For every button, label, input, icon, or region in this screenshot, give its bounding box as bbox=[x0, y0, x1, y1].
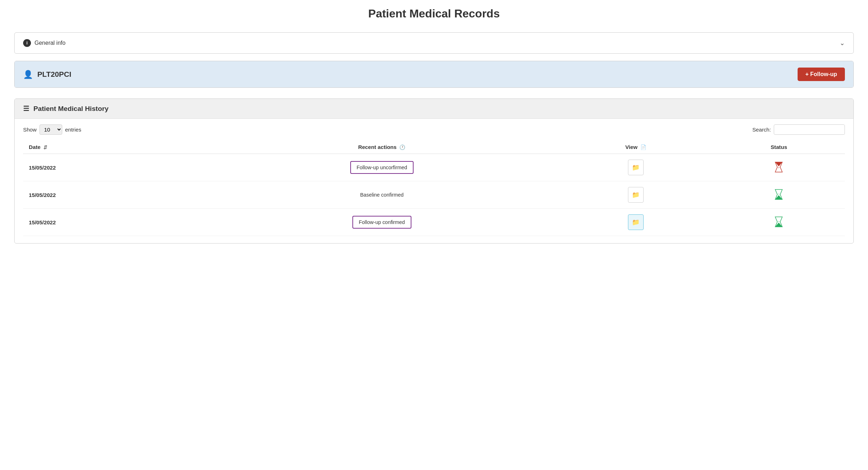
row-view: 📁 bbox=[559, 154, 713, 181]
show-label: Show bbox=[23, 127, 37, 133]
svg-marker-5 bbox=[777, 193, 780, 194]
patient-id-left: 👤 PLT20PCI bbox=[23, 70, 71, 79]
view-button[interactable]: 📁 bbox=[628, 160, 644, 175]
status-confirmed-icon bbox=[775, 189, 783, 200]
col-recent-actions: Recent actions 🕐 bbox=[205, 140, 559, 154]
general-info-section: i General info ⌄ bbox=[14, 32, 854, 54]
row-status bbox=[713, 209, 845, 236]
folder-icon: 📁 bbox=[632, 191, 640, 199]
table-row: 15/05/2022 Follow-up uncorfirmed 📁 bbox=[23, 154, 845, 181]
table-wrapper: Date ⇵ Recent actions 🕐 View 📄 Status bbox=[15, 140, 853, 243]
search-input[interactable] bbox=[774, 124, 845, 135]
general-info-toggle[interactable]: i General info ⌄ bbox=[15, 33, 853, 53]
col-date: Date ⇵ bbox=[23, 140, 205, 154]
person-icon: 👤 bbox=[23, 70, 33, 79]
page-title: Patient Medical Records bbox=[14, 7, 854, 24]
folder-icon: 📁 bbox=[632, 164, 640, 171]
action-badge: Follow-up uncorfirmed bbox=[350, 161, 414, 174]
info-icon: i bbox=[23, 39, 31, 47]
row-view: 📁 bbox=[559, 181, 713, 209]
document-icon: 📄 bbox=[640, 145, 646, 150]
row-view: 📁 bbox=[559, 209, 713, 236]
folder-icon: 📁 bbox=[632, 219, 640, 226]
entries-label: entries bbox=[65, 127, 81, 133]
clock-icon: 🕐 bbox=[399, 145, 405, 150]
action-text: Baseline confirmed bbox=[360, 192, 404, 198]
row-status bbox=[713, 154, 845, 181]
action-badge: Follow-up confirmed bbox=[352, 216, 411, 229]
row-action: Follow-up confirmed bbox=[205, 209, 559, 236]
follow-up-button[interactable]: + Follow-up bbox=[798, 68, 845, 81]
patient-id: PLT20PCI bbox=[37, 70, 71, 79]
show-entries-control: Show 10 25 50 100 entries bbox=[23, 124, 81, 135]
status-pending-icon bbox=[775, 162, 783, 172]
row-status bbox=[713, 181, 845, 209]
row-date: 15/05/2022 bbox=[23, 209, 205, 236]
row-action: Follow-up uncorfirmed bbox=[205, 154, 559, 181]
chevron-down-icon: ⌄ bbox=[840, 39, 845, 47]
row-date: 15/05/2022 bbox=[23, 154, 205, 181]
list-icon: ☰ bbox=[23, 105, 29, 113]
entries-select[interactable]: 10 25 50 100 bbox=[39, 124, 62, 135]
history-section: ☰ Patient Medical History Show 10 25 50 … bbox=[14, 98, 854, 244]
col-view: View 📄 bbox=[559, 140, 713, 154]
search-label: Search: bbox=[752, 127, 771, 133]
history-header: ☰ Patient Medical History bbox=[15, 99, 853, 119]
records-table: Date ⇵ Recent actions 🕐 View 📄 Status bbox=[23, 140, 845, 236]
view-button[interactable]: 📁 bbox=[628, 214, 644, 230]
col-status: Status bbox=[713, 140, 845, 154]
search-area: Search: bbox=[752, 124, 845, 135]
patient-header: 👤 PLT20PCI + Follow-up bbox=[15, 61, 853, 87]
status-confirmed-icon bbox=[775, 217, 783, 227]
svg-marker-8 bbox=[777, 221, 780, 222]
view-button[interactable]: 📁 bbox=[628, 187, 644, 203]
patient-section: 👤 PLT20PCI + Follow-up bbox=[14, 61, 854, 88]
history-title: Patient Medical History bbox=[33, 105, 108, 113]
sort-icon[interactable]: ⇵ bbox=[43, 145, 47, 150]
table-row: 15/05/2022 Baseline confirmed 📁 bbox=[23, 181, 845, 209]
table-controls: Show 10 25 50 100 entries Search: bbox=[15, 119, 853, 140]
general-info-label: General info bbox=[34, 40, 65, 46]
row-date: 15/05/2022 bbox=[23, 181, 205, 209]
svg-marker-2 bbox=[777, 167, 780, 169]
table-row: 15/05/2022 Follow-up confirmed 📁 bbox=[23, 209, 845, 236]
row-action: Baseline confirmed bbox=[205, 181, 559, 209]
general-info-left: i General info bbox=[23, 39, 65, 47]
